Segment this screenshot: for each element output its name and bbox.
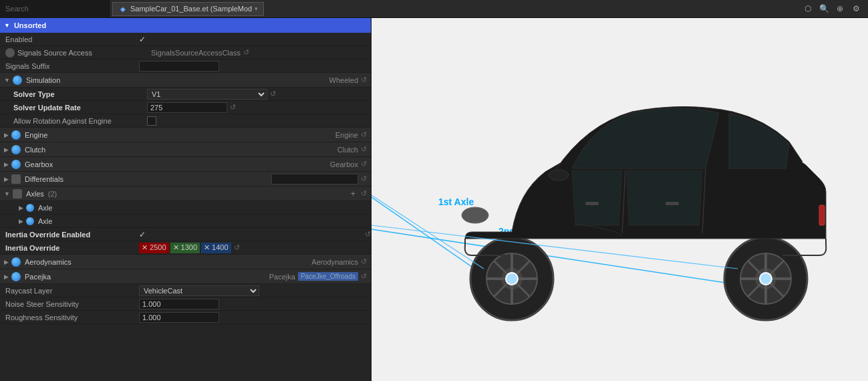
svg-point-20 bbox=[462, 207, 488, 223]
chevron-right-icon: ▶ bbox=[4, 176, 9, 182]
solver-type-label: Solver Type bbox=[13, 90, 147, 98]
reset-icon[interactable]: ↺ bbox=[361, 130, 367, 139]
axle1-label: Axle bbox=[38, 204, 52, 212]
unsorted-section-header[interactable]: ▼ Unsorted bbox=[0, 18, 371, 33]
svg-point-25 bbox=[760, 273, 772, 285]
clutch-row[interactable]: ▶ Clutch Clutch ↺ bbox=[0, 142, 371, 157]
add-axle-button[interactable]: + bbox=[350, 188, 355, 199]
settings-icon[interactable]: ⚙ bbox=[849, 2, 863, 15]
signals-suffix-label: Signals Suffix bbox=[5, 62, 139, 70]
simulation-label: Simulation bbox=[26, 76, 60, 84]
reset-icon[interactable]: ↺ bbox=[361, 257, 367, 266]
gearbox-bullet bbox=[11, 160, 21, 169]
aero-bullet bbox=[11, 257, 21, 267]
differentials-label: Differentials bbox=[25, 175, 63, 183]
inertia-override-enabled-value: ✓ bbox=[139, 230, 362, 239]
active-tab[interactable]: ◆ SampleCar_01_Base.et (SampleMod ▾ bbox=[112, 2, 264, 16]
differentials-input[interactable] bbox=[271, 174, 358, 184]
reset-icon[interactable]: ↺ bbox=[270, 90, 276, 98]
engine-row[interactable]: ▶ Engine Engine ↺ bbox=[0, 128, 371, 142]
external-link-icon[interactable]: ⬡ bbox=[801, 2, 815, 15]
reset-icon[interactable]: ↺ bbox=[361, 76, 367, 84]
raycast-layer-row: Raycast Layer VehicleCast bbox=[0, 284, 371, 297]
svg-point-24 bbox=[506, 273, 518, 285]
noise-steer-label: Noise Steer Sensitivity bbox=[5, 300, 139, 308]
pin-icon[interactable]: ⊕ bbox=[833, 2, 847, 15]
aerodynamics-value: Aerodynamics bbox=[311, 258, 358, 266]
reset-icon[interactable]: ↺ bbox=[234, 243, 240, 252]
chevron-down-icon: ▼ bbox=[4, 77, 10, 84]
simulation-row[interactable]: ▼ Simulation Wheeled ↺ bbox=[0, 73, 371, 88]
chevron-right-icon: ▶ bbox=[4, 259, 9, 265]
signals-suffix-input[interactable] bbox=[139, 61, 219, 72]
enabled-label: Enabled bbox=[5, 35, 139, 43]
axle-2-row[interactable]: ▶ Axle bbox=[0, 215, 371, 228]
main-content: ▼ Unsorted Enabled ✓ Signals Source Acce… bbox=[0, 18, 868, 381]
allow-rotation-row: Allow Rotation Against Engine bbox=[0, 114, 371, 128]
signals-source-access-row: Signals Source Access SignalsSourceAcces… bbox=[0, 46, 371, 59]
roughness-row: Roughness Sensitivity bbox=[0, 311, 371, 324]
chevron-right-icon: ▶ bbox=[4, 273, 9, 280]
simulation-value: Wheeled bbox=[329, 76, 358, 84]
enabled-row: Enabled ✓ bbox=[0, 33, 371, 46]
differentials-row[interactable]: ▶ Differentials ↺ bbox=[0, 172, 371, 186]
chevron-right-icon: ▶ bbox=[19, 205, 23, 211]
reset-icon[interactable]: ↺ bbox=[243, 48, 249, 57]
solver-update-rate-input[interactable] bbox=[147, 102, 227, 113]
chevron-right-icon: ▶ bbox=[4, 161, 9, 168]
signals-source-label: Signals Source Access bbox=[17, 49, 151, 57]
chevron-down-icon: ▼ bbox=[4, 22, 10, 29]
reset-icon[interactable]: ↺ bbox=[361, 145, 367, 154]
reset-icon[interactable]: ↺ bbox=[361, 272, 367, 281]
pacejka-extra: PaceJke_Offroads bbox=[298, 272, 358, 281]
raycast-layer-select[interactable]: VehicleCast bbox=[139, 285, 259, 296]
reset-icon[interactable]: ↺ bbox=[361, 189, 367, 198]
engine-value: Engine bbox=[335, 131, 358, 139]
svg-rect-23 bbox=[666, 202, 679, 205]
aerodynamics-label: Aerodynamics bbox=[25, 258, 71, 266]
toolbar-icons: ⬡ 🔍 ⊕ ⚙ bbox=[801, 2, 868, 15]
allow-rotation-value bbox=[147, 116, 371, 126]
roughness-input[interactable] bbox=[139, 312, 219, 323]
check-icon: ✓ bbox=[139, 35, 146, 44]
clutch-bullet bbox=[11, 145, 21, 154]
reset-icon[interactable]: ↺ bbox=[361, 160, 367, 168]
inertia-override-label: Inertia Override bbox=[5, 244, 139, 252]
search-icon[interactable]: 🔍 bbox=[817, 2, 831, 15]
clutch-value: Clutch bbox=[337, 146, 358, 154]
axle2-label: Axle bbox=[38, 217, 52, 225]
reset-icon[interactable]: ↺ bbox=[230, 103, 236, 112]
axles-label: Axles bbox=[26, 190, 44, 198]
checkbox-icon[interactable] bbox=[147, 116, 156, 126]
car-image bbox=[412, 31, 853, 352]
axles-row[interactable]: ▼ Axles (2) + ↺ bbox=[0, 186, 371, 201]
pacejka-value: Pacejka bbox=[269, 273, 295, 281]
gearbox-row[interactable]: ▶ Gearbox Gearbox ↺ bbox=[0, 157, 371, 172]
inertia-override-enabled-row: Inertia Override Enabled ✓ ↺ bbox=[0, 228, 371, 241]
aerodynamics-row[interactable]: ▶ Aerodynamics Aerodynamics ↺ bbox=[0, 255, 371, 269]
left-panel: ▼ Unsorted Enabled ✓ Signals Source Acce… bbox=[0, 18, 372, 381]
search-input[interactable] bbox=[0, 0, 110, 18]
pacejka-label: Pacejka bbox=[25, 273, 51, 281]
gearbox-value: Gearbox bbox=[330, 160, 358, 168]
axles-icon bbox=[13, 189, 22, 199]
reset-icon[interactable]: ↺ bbox=[365, 230, 371, 239]
engine-label: Engine bbox=[25, 131, 47, 139]
viewport-panel: 1st Axle 2nd Axle bbox=[372, 18, 868, 381]
inertia-z-value: ✕ 1400 bbox=[201, 243, 231, 253]
axle-1-row[interactable]: ▶ Axle bbox=[0, 201, 371, 215]
pacejka-row[interactable]: ▶ Pacejka Pacejka PaceJke_Offroads ↺ bbox=[0, 269, 371, 284]
section-label: Unsorted bbox=[14, 21, 46, 29]
signals-source-value: SignalsSourceAccessClass bbox=[151, 49, 241, 57]
reset-icon[interactable]: ↺ bbox=[361, 174, 367, 183]
solver-update-rate-label: Solver Update Rate bbox=[13, 104, 147, 112]
signals-suffix-row: Signals Suffix bbox=[0, 59, 371, 73]
noise-steer-input[interactable] bbox=[139, 299, 219, 309]
svg-point-26 bbox=[549, 170, 569, 180]
solver-type-select[interactable]: V1 V2 bbox=[147, 89, 267, 100]
noise-steer-row: Noise Steer Sensitivity bbox=[0, 297, 371, 311]
chevron-down-icon: ▼ bbox=[4, 190, 10, 197]
chevron-right-icon: ▶ bbox=[4, 146, 9, 153]
engine-bullet bbox=[11, 130, 21, 140]
raycast-layer-label: Raycast Layer bbox=[5, 287, 139, 295]
